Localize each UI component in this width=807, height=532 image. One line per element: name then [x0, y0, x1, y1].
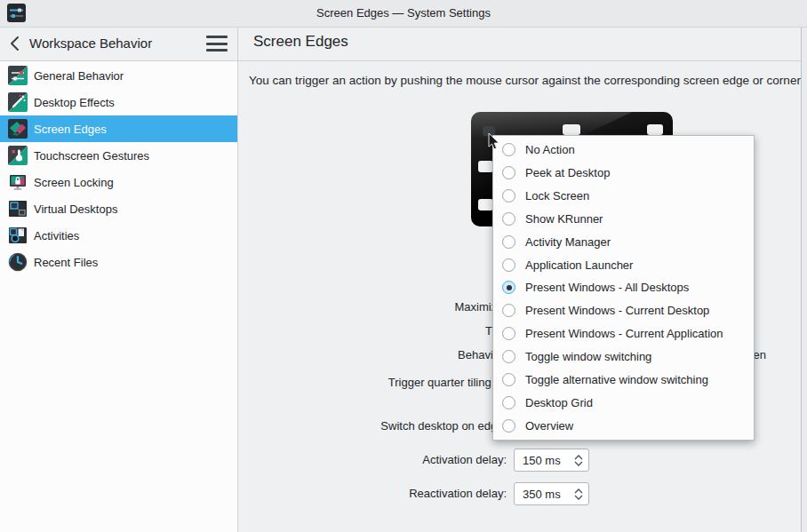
- sidebar-item-activities[interactable]: Activities: [0, 222, 237, 249]
- window-right-edge: [802, 28, 807, 532]
- virtual-desktops-icon: [8, 199, 28, 218]
- menu-item-present-windows-current-application[interactable]: Present Windows - Current Application: [493, 322, 754, 345]
- radio-icon: [502, 304, 515, 317]
- menu-item-overview[interactable]: Overview: [493, 414, 754, 437]
- reactivation-delay-label: Reactivation delay:: [267, 487, 507, 501]
- touchscreen-gestures-icon: [8, 146, 28, 165]
- menu-item-no-action[interactable]: No Action: [493, 139, 754, 162]
- menu-item-peek-at-desktop[interactable]: Peek at Desktop: [493, 162, 754, 185]
- sidebar-item-desktop-effects[interactable]: Desktop Effects: [0, 89, 237, 115]
- sidebar-item-recent-files[interactable]: Recent Files: [0, 249, 237, 275]
- back-chevron-icon: [6, 34, 26, 53]
- hamburger-icon[interactable]: [206, 36, 229, 52]
- page-description: You can trigger an action by pushing the…: [249, 74, 803, 87]
- menu-item-show-krunner[interactable]: Show KRunner: [493, 208, 754, 231]
- general-behavior-icon: [8, 66, 28, 85]
- spin-up-button[interactable]: [574, 488, 583, 494]
- radio-icon: [502, 258, 515, 272]
- sidebar: General Behavior Desktop Effects Screen …: [0, 60, 237, 532]
- maximize-label: Maximize:: [267, 300, 507, 314]
- spin-down-button[interactable]: [574, 495, 583, 500]
- sidebar-item-label: Screen Edges: [34, 123, 107, 136]
- sidebar-item-label: Virtual Desktops: [34, 202, 117, 216]
- activation-delay-value[interactable]: 150 ms: [515, 454, 569, 467]
- menu-item-present-windows-current-desktop[interactable]: Present Windows - Current Desktop: [493, 299, 754, 322]
- sidebar-item-virtual-desktops[interactable]: Virtual Desktops: [0, 195, 237, 222]
- window-title: Screen Edges — System Settings: [0, 0, 807, 27]
- menu-item-present-windows-all-desktops[interactable]: Present Windows - All Desktops: [493, 276, 754, 299]
- edge-action-popup-menu: No Action Peek at Desktop Lock Screen Sh…: [492, 135, 755, 441]
- tile-label: Tile:: [267, 324, 507, 338]
- sidebar-item-general-behavior[interactable]: General Behavior: [0, 62, 237, 89]
- reactivation-delay-value[interactable]: 350 ms: [515, 488, 569, 501]
- sidebar-item-touchscreen-gestures[interactable]: Touchscreen Gestures: [0, 142, 237, 169]
- menu-item-desktop-grid[interactable]: Desktop Grid: [493, 391, 754, 414]
- sidebar-item-label: Recent Files: [34, 256, 98, 269]
- radio-selected-icon: [502, 281, 515, 294]
- radio-icon: [502, 373, 515, 386]
- activation-delay-label: Activation delay:: [267, 453, 507, 467]
- screen-edges-icon: [8, 119, 28, 139]
- radio-icon: [502, 143, 515, 156]
- radio-icon: [502, 212, 515, 226]
- page-title: Screen Edges: [253, 33, 348, 51]
- sidebar-separator: [237, 28, 238, 532]
- edge-button-bottom-left[interactable]: [478, 199, 493, 210]
- radio-icon: [502, 350, 515, 363]
- menu-item-activity-manager[interactable]: Activity Manager: [493, 230, 754, 253]
- radio-icon: [502, 235, 515, 249]
- scrollbar-track-line: [801, 28, 802, 532]
- sidebar-item-label: General Behavior: [34, 69, 124, 83]
- reactivation-delay-spinbox[interactable]: 350 ms: [514, 482, 589, 505]
- menu-item-toggle-window-switching[interactable]: Toggle window switching: [493, 345, 754, 369]
- settings-sliders-icon: [7, 4, 26, 22]
- menu-item-application-launcher[interactable]: Application Launcher: [493, 253, 754, 276]
- recent-files-icon: [8, 252, 28, 272]
- activation-delay-spinbox[interactable]: 150 ms: [514, 449, 589, 472]
- behavior-label: Behavior:: [267, 348, 507, 362]
- edge-button-top-center[interactable]: [563, 124, 580, 135]
- radio-icon: [502, 419, 515, 433]
- spin-down-button[interactable]: [574, 461, 583, 466]
- sidebar-item-label: Activities: [34, 229, 79, 242]
- radio-icon: [502, 189, 515, 202]
- nav-header-title: Workspace Behavior: [29, 36, 152, 51]
- sidebar-item-label: Desktop Effects: [34, 96, 115, 109]
- back-button[interactable]: [6, 34, 26, 53]
- menu-item-lock-screen[interactable]: Lock Screen: [493, 185, 754, 208]
- sidebar-item-label: Screen Locking: [34, 176, 114, 189]
- mouse-cursor-icon: [488, 132, 501, 155]
- screen-locking-icon: [8, 172, 28, 192]
- activities-icon: [8, 226, 28, 245]
- edge-button-left-center[interactable]: [478, 161, 493, 172]
- system-settings-window: Screen Edges — System Settings Workspace…: [0, 0, 807, 532]
- menu-item-toggle-alternative-window-switching[interactable]: Toggle alternative window switching: [493, 368, 754, 391]
- edge-button-top-right[interactable]: [647, 124, 663, 135]
- radio-icon: [502, 396, 515, 409]
- sidebar-item-screen-edges[interactable]: Screen Edges: [0, 115, 237, 142]
- desktop-effects-icon: [8, 92, 28, 112]
- sidebar-item-screen-locking[interactable]: Screen Locking: [0, 169, 237, 195]
- radio-icon: [502, 327, 515, 340]
- radio-icon: [502, 166, 515, 179]
- spin-up-button[interactable]: [574, 455, 583, 460]
- switch-desktop-label: Switch desktop on edge:: [267, 419, 507, 433]
- sidebar-item-label: Touchscreen Gestures: [34, 149, 149, 163]
- quarter-tiling-label: Trigger quarter tiling in:: [267, 376, 507, 390]
